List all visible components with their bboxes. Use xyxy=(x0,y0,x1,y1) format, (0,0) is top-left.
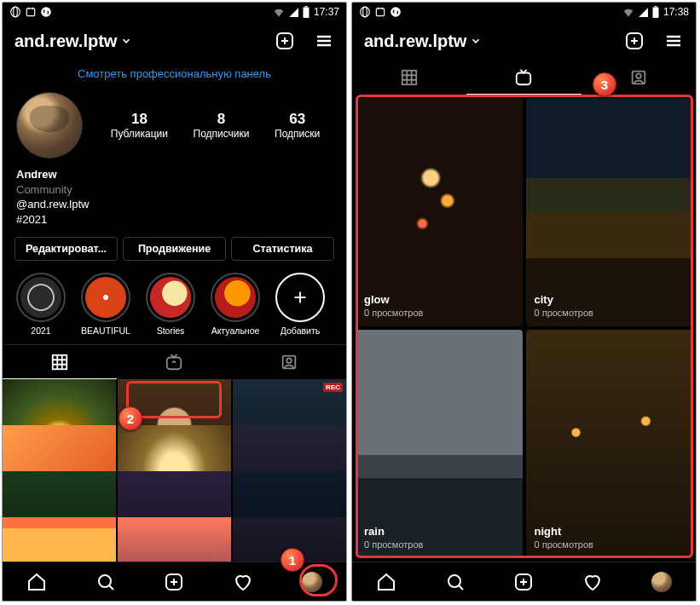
pro-panel-link[interactable]: Смотреть профессиональную панель xyxy=(3,60,346,92)
search-icon[interactable] xyxy=(95,572,116,592)
posts-grid: REC 🔥 СКАЗОЧНАЯ СТРАНА xyxy=(3,379,346,562)
profile-header: and.rew.lptw xyxy=(352,21,696,60)
bio-handle: @and.rew.lptw xyxy=(16,197,333,212)
username-dropdown[interactable]: and.rew.lptw xyxy=(14,32,275,51)
svg-point-23 xyxy=(636,73,641,78)
svg-rect-2 xyxy=(26,9,34,16)
profile-bio: Andrew Community @and.rew.lptw #2021 xyxy=(3,158,346,237)
signal-icon xyxy=(638,7,648,17)
profile-tabs xyxy=(352,60,696,95)
edit-profile-button[interactable]: Редактироват... xyxy=(14,237,118,261)
highlight-2021[interactable]: 2021 xyxy=(14,273,67,336)
profile-header: and.rew.lptw xyxy=(3,21,346,60)
battery-icon xyxy=(302,6,310,18)
profile-tabs xyxy=(3,344,346,379)
svg-rect-4 xyxy=(303,7,309,18)
profile-tab-avatar[interactable] xyxy=(651,572,672,592)
status-time: 17:37 xyxy=(314,6,339,18)
menu-icon[interactable] xyxy=(314,31,334,51)
bottom-nav xyxy=(352,562,696,601)
stat-followers[interactable]: 8Подписчики xyxy=(194,111,250,140)
bio-hashtag[interactable]: #2021 xyxy=(16,212,333,228)
svg-point-1 xyxy=(14,7,18,17)
chevron-down-icon xyxy=(470,35,482,47)
create-icon[interactable] xyxy=(275,31,295,51)
profile-actions: Редактироват... Продвижение Статистика xyxy=(3,237,346,273)
svg-point-0 xyxy=(11,7,20,17)
chevron-down-icon xyxy=(120,35,132,47)
bio-category: Community xyxy=(16,182,333,198)
shazam-icon xyxy=(40,6,52,18)
calendar-icon xyxy=(25,6,37,18)
highlight-add[interactable]: Добавить xyxy=(274,273,327,336)
igtv-item-city[interactable]: city0 просмотров xyxy=(526,98,693,326)
username-dropdown[interactable]: and.rew.lptw xyxy=(364,32,624,51)
wifi-icon xyxy=(273,7,285,17)
promote-button[interactable]: Продвижение xyxy=(123,237,226,261)
bio-name: Andrew xyxy=(16,167,333,182)
phone-profile: 17:37 and.rew.lptw Смотреть профессионал… xyxy=(2,2,347,602)
home-icon[interactable] xyxy=(376,572,396,592)
opera-icon xyxy=(359,6,371,18)
calendar-icon xyxy=(374,6,386,18)
signal-icon xyxy=(288,7,298,17)
wifi-icon xyxy=(622,7,634,17)
profile-summary: 18Публикации 8Подписчики 63Подписки xyxy=(3,92,346,158)
badge-1: 1 xyxy=(281,548,304,572)
reels-icon[interactable] xyxy=(164,572,184,592)
post-thumb[interactable] xyxy=(3,517,116,562)
status-time: 17:38 xyxy=(663,6,689,18)
status-bar: 17:37 xyxy=(3,3,346,21)
phone-igtv: 17:38 and.rew.lptw glow0 просмотров city… xyxy=(351,2,697,602)
igtv-item-night[interactable]: night0 просмотров xyxy=(526,330,693,558)
svg-rect-5 xyxy=(305,6,308,7)
profile-tab-avatar[interactable] xyxy=(302,572,322,592)
svg-point-3 xyxy=(41,7,51,17)
home-icon[interactable] xyxy=(26,572,47,592)
tab-grid[interactable] xyxy=(3,345,117,379)
search-icon[interactable] xyxy=(445,572,466,592)
svg-point-11 xyxy=(99,575,111,587)
heart-icon[interactable] xyxy=(233,572,253,592)
profile-avatar[interactable] xyxy=(16,92,83,158)
highlights-row[interactable]: 2021 BEAUTIFUL Stories Актуальное Добави… xyxy=(3,273,346,344)
svg-rect-18 xyxy=(655,6,657,7)
svg-rect-21 xyxy=(517,72,531,84)
stat-following[interactable]: 63Подписки xyxy=(275,111,320,140)
svg-point-24 xyxy=(448,575,460,587)
badge-3: 3 xyxy=(593,72,616,96)
svg-rect-20 xyxy=(402,71,417,85)
igtv-item-rain[interactable]: rain0 просмотров xyxy=(356,330,523,558)
svg-point-14 xyxy=(363,7,367,17)
badge-2: 2 xyxy=(119,406,142,430)
igtv-item-glow[interactable]: glow0 просмотров xyxy=(356,98,523,326)
tab-igtv[interactable] xyxy=(117,345,231,379)
svg-point-10 xyxy=(286,359,292,364)
rec-badge: REC xyxy=(323,383,343,392)
svg-rect-7 xyxy=(53,355,67,370)
tab-grid[interactable] xyxy=(352,60,466,95)
highlight-actual[interactable]: Актуальное xyxy=(209,273,262,336)
igtv-grid: glow0 просмотров city0 просмотров rain0 … xyxy=(352,95,696,562)
tab-igtv[interactable] xyxy=(466,60,581,95)
stats-button[interactable]: Статистика xyxy=(231,237,334,261)
svg-rect-15 xyxy=(376,9,384,16)
highlight-beautiful[interactable]: BEAUTIFUL xyxy=(79,273,132,336)
reels-icon[interactable] xyxy=(513,572,534,592)
svg-rect-8 xyxy=(167,358,182,370)
svg-point-13 xyxy=(361,7,370,17)
tab-tagged[interactable] xyxy=(232,345,346,379)
post-thumb[interactable] xyxy=(118,517,231,562)
create-icon[interactable] xyxy=(624,31,645,51)
svg-rect-17 xyxy=(652,7,658,18)
shazam-icon xyxy=(390,6,402,18)
svg-point-16 xyxy=(390,7,401,17)
highlight-stories[interactable]: Stories xyxy=(144,273,197,336)
stat-posts[interactable]: 18Публикации xyxy=(111,111,168,140)
status-bar: 17:38 xyxy=(352,3,696,21)
battery-icon xyxy=(651,6,660,18)
heart-icon[interactable] xyxy=(582,572,603,592)
opera-icon xyxy=(9,6,21,18)
menu-icon[interactable] xyxy=(663,31,684,51)
